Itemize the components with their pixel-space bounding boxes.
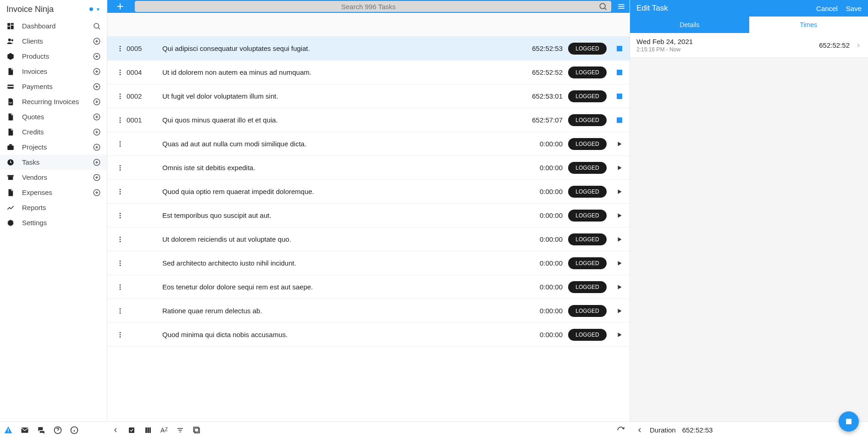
add-button[interactable] (107, 0, 133, 13)
cancel-button[interactable]: Cancel (816, 5, 838, 12)
hamburger-icon[interactable] (613, 0, 630, 13)
columns-icon[interactable] (144, 426, 152, 434)
add-circle-icon[interactable] (92, 37, 101, 46)
fab-stop-button[interactable] (839, 411, 859, 432)
play-button[interactable] (616, 260, 623, 266)
task-row[interactable]: Omnis iste sit debitis expedita.0:00:00L… (107, 156, 630, 180)
task-row[interactable]: Ratione quae rerum delectus ab.0:00:00LO… (107, 299, 630, 323)
add-circle-icon[interactable] (92, 52, 101, 61)
sidebar-nav: DashboardClientsProductsInvoicesPayments… (0, 18, 107, 438)
play-button[interactable] (616, 236, 623, 243)
sidebar-item-payments[interactable]: Payments (0, 79, 107, 94)
refresh-icon[interactable] (617, 426, 625, 434)
row-menu-icon[interactable] (114, 307, 127, 315)
preview-icon[interactable] (193, 426, 201, 434)
sidebar-item-dashboard[interactable]: Dashboard (0, 18, 107, 33)
svg-point-60 (120, 74, 121, 75)
row-menu-icon[interactable] (114, 45, 127, 52)
sidebar-item-clients[interactable]: Clients (0, 33, 107, 49)
add-circle-icon[interactable] (92, 143, 101, 152)
mail-icon[interactable] (20, 426, 29, 435)
play-button[interactable] (616, 308, 623, 314)
row-menu-icon[interactable] (114, 260, 127, 267)
filter-icon[interactable] (176, 426, 184, 434)
save-button[interactable]: Save (846, 5, 862, 12)
play-button[interactable] (616, 165, 623, 171)
tasks-icon (6, 157, 16, 167)
sidebar-item-vendors[interactable]: Vendors (0, 170, 107, 185)
row-menu-icon[interactable] (114, 69, 127, 76)
add-circle-icon[interactable] (92, 112, 101, 122)
sidebar-item-recurring-invoices[interactable]: Recurring Invoices (0, 94, 107, 109)
row-menu-icon[interactable] (114, 116, 127, 124)
task-row[interactable]: Quod quia optio rem quaerat impedit dolo… (107, 180, 630, 204)
play-button[interactable] (616, 141, 623, 147)
warning-icon[interactable] (4, 426, 13, 435)
play-button[interactable] (616, 189, 623, 195)
brand-caret-icon[interactable]: ▼ (96, 7, 100, 12)
sidebar-item-quotes[interactable]: Quotes (0, 109, 107, 124)
tab-details[interactable]: Details (630, 17, 749, 33)
sidebar-item-credits[interactable]: Credits (0, 124, 107, 139)
search-input[interactable] (138, 3, 598, 11)
back-icon[interactable] (636, 427, 643, 434)
add-circle-icon[interactable] (92, 97, 101, 106)
row-menu-icon[interactable] (114, 236, 127, 243)
play-button[interactable] (616, 284, 623, 290)
task-row[interactable]: Ut dolorem reiciendis ut aut voluptate q… (107, 227, 630, 251)
svg-marker-94 (618, 285, 622, 289)
sidebar-item-settings[interactable]: Settings (0, 215, 107, 230)
help-icon[interactable] (53, 426, 62, 435)
row-menu-icon[interactable] (114, 331, 127, 338)
task-time: 652:57:07 (519, 116, 563, 124)
sidebar-item-products[interactable]: Products (0, 49, 107, 64)
add-circle-icon[interactable] (92, 188, 101, 197)
multiselect-icon[interactable] (127, 426, 136, 434)
time-entry[interactable]: Wed Feb 24, 2021 2:15:16 PM - Now 652:52… (630, 33, 868, 58)
sidebar-item-tasks[interactable]: Tasks (0, 155, 107, 170)
add-circle-icon[interactable] (92, 82, 101, 91)
stop-button[interactable] (617, 94, 622, 99)
edit-panel: Edit Task Cancel Save Details Times Wed … (630, 0, 868, 438)
stop-button[interactable] (617, 117, 622, 123)
task-row[interactable]: Quod minima qui dicta nobis accusamus.0:… (107, 323, 630, 347)
sort-icon[interactable]: AZ (160, 427, 168, 434)
task-row[interactable]: Quas ad aut aut nulla cum modi similique… (107, 132, 630, 156)
sidebar-item-projects[interactable]: Projects (0, 139, 107, 155)
stop-icon (617, 46, 622, 51)
play-button[interactable] (616, 212, 623, 219)
row-menu-icon[interactable] (114, 140, 127, 148)
info-icon[interactable] (70, 426, 79, 435)
stop-button[interactable] (617, 70, 622, 75)
collapse-left-icon[interactable] (112, 427, 119, 434)
add-circle-icon[interactable] (92, 128, 101, 137)
play-button[interactable] (616, 332, 623, 338)
forum-icon[interactable] (37, 426, 46, 435)
projects-icon (6, 142, 16, 152)
sidebar-item-reports[interactable]: Reports (0, 200, 107, 215)
add-circle-icon[interactable] (92, 158, 101, 167)
search-icon[interactable] (598, 2, 608, 11)
add-circle-icon[interactable] (92, 67, 101, 76)
task-row[interactable]: 0005Qui adipisci consequatur voluptates … (107, 37, 630, 61)
task-row[interactable]: 0004Ut id dolorem non autem ea minus ad … (107, 61, 630, 84)
row-menu-icon[interactable] (114, 188, 127, 195)
stop-button[interactable] (617, 46, 622, 51)
row-menu-icon[interactable] (114, 283, 127, 291)
task-row[interactable]: Eos tenetur dolor dolore sequi rem est a… (107, 275, 630, 299)
svg-line-5 (98, 28, 100, 29)
dashboard-search-icon[interactable] (92, 22, 101, 31)
sidebar-item-expenses[interactable]: Expenses (0, 185, 107, 200)
sidebar-item-invoices[interactable]: Invoices (0, 64, 107, 79)
tab-times[interactable]: Times (749, 17, 868, 33)
task-row[interactable]: Est temporibus quo suscipit aut aut.0:00… (107, 204, 630, 227)
svg-point-66 (120, 122, 121, 123)
task-row[interactable]: Sed architecto architecto iusto nihil in… (107, 251, 630, 275)
row-menu-icon[interactable] (114, 93, 127, 100)
task-row[interactable]: 0002Ut fugit vel dolor voluptatem illum … (107, 84, 630, 108)
task-list: 0005Qui adipisci consequatur voluptates … (107, 37, 630, 438)
task-row[interactable]: 0001Qui quos minus quaerat illo et et qu… (107, 108, 630, 132)
row-menu-icon[interactable] (114, 212, 127, 219)
row-menu-icon[interactable] (114, 164, 127, 172)
add-circle-icon[interactable] (92, 173, 101, 182)
